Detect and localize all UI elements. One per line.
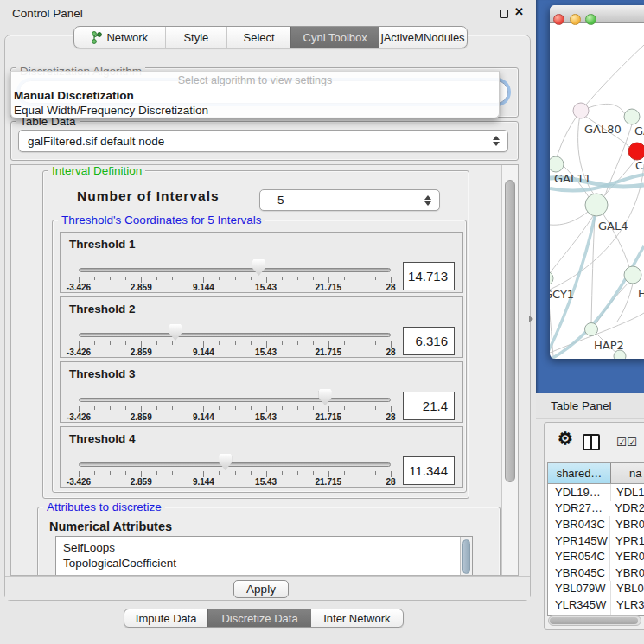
slider-tick (391, 406, 392, 412)
num-intervals-value: 5 (277, 194, 284, 207)
slider-scale-label: 9.144 (193, 477, 214, 487)
slider-track[interactable] (79, 398, 391, 402)
network-window-titlebar[interactable] (550, 5, 644, 23)
tab-impute-data[interactable]: Impute Data (124, 609, 207, 627)
column-header-shared[interactable]: shared… (548, 463, 611, 483)
network-node[interactable] (624, 109, 640, 124)
select-columns-icon[interactable]: ☑☑ (616, 435, 637, 449)
float-window-icon[interactable] (500, 10, 508, 18)
cell-name: YPR1 (610, 532, 644, 549)
slider-track[interactable] (79, 333, 391, 337)
close-icon[interactable]: ✕ (514, 5, 524, 18)
cell-shared-name: YDR27… (548, 501, 609, 517)
table-row[interactable]: YBL079WYBL0 (548, 581, 644, 597)
threshold-value-box[interactable]: 21.4 (403, 392, 455, 420)
cell-shared-name: YBR045C (548, 564, 610, 581)
network-node[interactable] (624, 266, 641, 284)
table-row[interactable]: YBR043CYBR0 (548, 516, 644, 532)
table-panel-title-text: Table Panel (551, 399, 612, 412)
cell-shared-name: YDL19… (548, 484, 611, 501)
table-row[interactable]: YBR045CYBR0 (548, 564, 644, 581)
settings-scrollbar[interactable] (501, 165, 518, 575)
slider-thumb[interactable] (319, 389, 332, 405)
threshold-value-box[interactable]: 14.713 (403, 262, 455, 290)
node-label: H (638, 287, 644, 300)
table-row[interactable]: YPR145WYPR1 (548, 532, 644, 549)
slider-tick (156, 341, 157, 345)
slider-tick (125, 341, 126, 345)
slider-tick (328, 341, 329, 348)
slider-tick (203, 277, 204, 283)
slider-thumb[interactable] (219, 454, 232, 470)
table-row[interactable]: YDL19…YDL1 (548, 484, 644, 501)
tab-label: jActiveMNodules (381, 31, 465, 44)
tab-cyni-toolbox[interactable]: Cyni Toolbox (290, 27, 379, 48)
network-node[interactable] (585, 194, 608, 216)
slider-tick (125, 406, 126, 410)
table-hscrollbar[interactable] (548, 615, 641, 626)
tab-discretize-data[interactable]: Discretize Data (207, 609, 310, 627)
network-node[interactable] (573, 103, 589, 118)
popup-item[interactable]: Equal Width/Frequency Discretization (14, 104, 208, 117)
tab-network[interactable]: Network (74, 27, 165, 48)
tab-jactivemnodules[interactable]: jActiveMNodules (379, 27, 467, 48)
tab-select[interactable]: Select (226, 27, 290, 48)
node-label: GAL11 (554, 172, 591, 185)
slider-tick (297, 341, 298, 345)
slider-tick (203, 406, 204, 412)
top-tab-bar: NetworkStyleSelectCyni ToolboxjActiveMNo… (73, 26, 468, 48)
stepper-arrows-icon[interactable] (424, 195, 431, 206)
stepper-arrows-icon[interactable] (493, 136, 500, 146)
table-row[interactable]: YDR27…YDR2 (548, 501, 644, 517)
network-node[interactable] (550, 271, 553, 285)
network-canvas[interactable]: GAL80GALCGAL11GAL4GCY1HHAP2 (550, 23, 644, 359)
slider-tick (328, 471, 329, 477)
threshold-value-box[interactable]: 6.316 (403, 327, 455, 355)
threshold-panel: Threshold 4-3.4262.8599.14415.4321.71528… (60, 426, 463, 488)
panel-divider-grip[interactable] (529, 316, 533, 322)
tab-style[interactable]: Style (165, 27, 227, 48)
slider-tick (251, 471, 252, 475)
table-data-combo[interactable]: galFiltered.sif default node (18, 130, 508, 152)
tab-label: Select (243, 31, 274, 44)
slider-scale-label: 28 (386, 412, 395, 422)
slider-tick (79, 406, 80, 412)
column-header-name[interactable]: na (611, 463, 644, 483)
slider-tick (203, 341, 204, 348)
attribute-item[interactable]: TopologicalCoefficient (56, 556, 472, 571)
slider-thumb[interactable] (252, 259, 265, 276)
apply-button[interactable]: Apply (233, 580, 289, 598)
numerical-attributes-list[interactable]: SelfLoopsTopologicalCoefficientBetweenne… (55, 536, 473, 576)
slider-tick (251, 341, 252, 345)
table-hscrollbar-thumb[interactable] (550, 617, 638, 624)
slider-tick (375, 406, 376, 410)
attributes-scrollbar[interactable] (460, 537, 472, 576)
slider-scale-label: 2.859 (131, 412, 152, 422)
threshold-value-box[interactable]: 11.344 (403, 456, 455, 485)
attributes-scrollbar-thumb[interactable] (462, 539, 470, 574)
slider-thumb[interactable] (169, 324, 182, 341)
columns-icon[interactable] (583, 434, 600, 450)
network-node[interactable] (585, 323, 598, 336)
num-intervals-spinner[interactable]: 5 (259, 189, 440, 211)
network-node[interactable] (628, 143, 644, 160)
slider-track[interactable] (79, 268, 391, 272)
network-node[interactable] (550, 156, 564, 172)
slider-tick (79, 277, 80, 283)
table-row[interactable]: YLR345WYLR3 (548, 596, 644, 613)
tab-label: Impute Data (136, 612, 197, 625)
network-window: GAL80GALCGAL11GAL4GCY1HHAP2 (550, 5, 644, 359)
table-row[interactable]: YER054CYER0 (548, 548, 644, 564)
node-label: GAL (634, 124, 644, 137)
numerical-attributes-label: Numerical Attributes (49, 520, 172, 533)
slider-track[interactable] (79, 462, 391, 467)
slider-scale-label: 21.715 (316, 412, 342, 422)
settings-scrollbar-thumb[interactable] (505, 180, 515, 482)
threshold-panel: Threshold 3-3.4262.8599.14415.4321.71528… (60, 361, 463, 423)
attribute-item[interactable]: SelfLoops (56, 540, 472, 556)
slider-tick (172, 406, 173, 410)
slider-scale-label: 21.715 (316, 348, 342, 357)
gear-icon[interactable]: ⚙ (558, 428, 573, 449)
popup-item[interactable]: Manual Discretization (14, 89, 134, 102)
tab-infer-network[interactable]: Infer Network (311, 609, 403, 627)
